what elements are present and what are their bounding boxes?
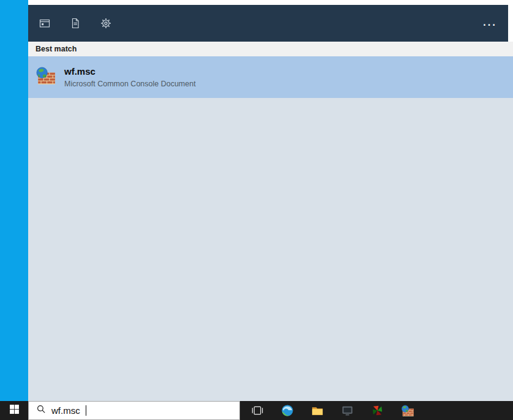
- search-input-value: wf.msc: [51, 405, 80, 416]
- taskbar-search-input[interactable]: wf.msc: [28, 401, 240, 420]
- header-filter-icons: [38, 17, 113, 30]
- file-explorer-icon[interactable]: [302, 401, 332, 420]
- results-empty-area: [28, 98, 513, 401]
- settings-gear-icon[interactable]: [99, 17, 113, 30]
- best-match-section-bar: Best match: [28, 42, 513, 56]
- result-subtitle: Microsoft Common Console Document: [64, 80, 196, 88]
- start-button[interactable]: [0, 401, 28, 420]
- windows-firewall-icon[interactable]: [392, 401, 422, 420]
- taskbar: wf.msc: [0, 401, 513, 420]
- search-panel-header: …: [28, 5, 508, 42]
- more-options-button[interactable]: …: [482, 18, 497, 28]
- windows-firewall-icon: [36, 66, 56, 89]
- apps-filter-icon[interactable]: [38, 17, 51, 30]
- pinwheel-app-icon[interactable]: [362, 401, 392, 420]
- search-flyout-panel: … Best match wf.msc Micro: [28, 0, 513, 401]
- console-window-icon[interactable]: [332, 401, 362, 420]
- text-caret: [86, 405, 86, 416]
- documents-filter-icon[interactable]: [69, 17, 82, 30]
- task-view-icon[interactable]: [242, 401, 272, 420]
- best-match-label: Best match: [36, 45, 77, 53]
- best-match-text: wf.msc Microsoft Common Console Document: [64, 66, 196, 88]
- best-match-result-row[interactable]: wf.msc Microsoft Common Console Document: [28, 56, 513, 98]
- result-title: wf.msc: [64, 66, 196, 77]
- search-magnifier-icon: [37, 405, 46, 416]
- windows-start-icon: [9, 404, 20, 417]
- edge-browser-icon[interactable]: [272, 401, 302, 420]
- taskbar-icons: [242, 401, 422, 420]
